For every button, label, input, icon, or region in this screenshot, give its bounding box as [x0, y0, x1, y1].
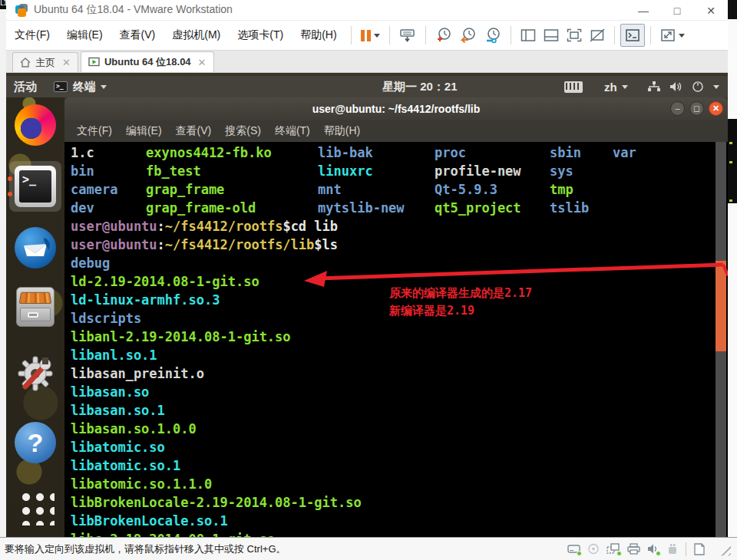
terminal-text: libBrokenLocale-2.19-2014.08-1-git.so [71, 493, 362, 512]
usb-icon[interactable] [666, 543, 679, 555]
annotation-line2: 新编译器是2.19 [389, 304, 474, 318]
terminal-text: bin [71, 162, 146, 180]
unity-mode-button[interactable] [586, 24, 609, 47]
terminal-text: user@ubuntu [71, 217, 157, 236]
network-adapter-icon[interactable] [606, 543, 620, 555]
console-view-button[interactable] [620, 24, 645, 47]
close-button[interactable]: ✕ [694, 0, 728, 21]
dock-item-files[interactable] [15, 286, 56, 328]
minimize-button[interactable]: — [626, 0, 660, 21]
menu-edit[interactable]: 编辑(E) [58, 28, 111, 42]
ls-row: binfb_testlinuxrcprofile-newsys [71, 162, 728, 180]
terminal-text: var [613, 143, 659, 162]
terminal-scrollbar[interactable] [716, 142, 726, 537]
resize-grip[interactable] [717, 542, 731, 556]
dock-item-settings[interactable] [15, 353, 56, 394]
terminal-text: $ [283, 217, 290, 236]
tab-close-icon[interactable]: ✕ [198, 57, 207, 68]
message-log-icon[interactable] [693, 543, 706, 555]
menu-file[interactable]: 文件(F) [6, 28, 58, 42]
terminal-menu-file[interactable]: 文件(F) [77, 124, 112, 138]
maximize-button[interactable]: □ [660, 0, 694, 21]
terminal-text: proc [435, 143, 550, 162]
input-language-label: zh [604, 81, 617, 94]
snapshot-manager-button[interactable] [481, 24, 505, 47]
sound-icon[interactable] [647, 543, 659, 555]
terminal-text: linuxrc [318, 162, 435, 180]
dock-item-help[interactable]: ? [15, 422, 56, 463]
clock[interactable]: 星期一 20：21 [382, 76, 458, 97]
terminal-text: grap_frame-old [146, 199, 318, 217]
terminal-text: libasan.so.1 [71, 401, 165, 420]
ls-row: devgrap_frame-oldmytslib-newqt5_projectt… [71, 199, 728, 217]
terminal-menu-edit[interactable]: 编辑(E) [126, 124, 162, 138]
pause-vm-button[interactable] [357, 24, 384, 47]
thunderbird-icon [15, 227, 56, 268]
menu-help[interactable]: 帮助(H) [292, 28, 345, 42]
terminal-text: sbin [550, 143, 613, 162]
input-language-menu[interactable]: zh [604, 76, 628, 97]
send-ctrl-alt-del-button[interactable] [395, 24, 420, 47]
focused-app-name: 终端 [73, 80, 96, 94]
fullscreen-button[interactable] [563, 24, 586, 47]
terminal-line: libasan_preinit.o [71, 364, 728, 383]
network-icon [647, 76, 661, 97]
revert-snapshot-button[interactable] [456, 24, 481, 47]
terminal-close-button[interactable]: ✕ [709, 101, 723, 116]
terminal-text: grap_frame [146, 180, 318, 199]
hard-disk-icon[interactable] [567, 543, 580, 555]
terminal-line: user@ubuntu:~/fs4412/rootfs$cd lib [71, 217, 728, 236]
terminal-text: $ [314, 236, 322, 254]
revert-clock-icon [460, 27, 477, 44]
terminal-line: libasan.so [71, 383, 728, 401]
dock-item-thunderbird[interactable] [15, 227, 56, 268]
keyboard-icon [564, 76, 583, 97]
terminal-line: libanl-2.19-2014.08-1-git.so [71, 328, 728, 346]
terminal-text: fb_test [146, 162, 318, 180]
tab-home-label: 主页 [35, 56, 55, 70]
volume-icon [669, 76, 682, 97]
unity-mode-icon [590, 28, 605, 42]
printer-icon[interactable] [627, 543, 640, 555]
terminal-titlebar[interactable]: user@ubuntu: ~/fs4412/rootfs/lib – ◻ ✕ [64, 97, 728, 120]
terminal-line: libasan.so.1.0.0 [71, 420, 728, 438]
show-library-button[interactable] [517, 24, 540, 47]
tab-ubuntu-label: Ubuntu 64 位18.04 [104, 55, 191, 69]
activities-button[interactable]: 活动 [14, 76, 37, 97]
terminal-content[interactable]: 1.cexynos4412-fb.kolib-bakprocsbinvarbin… [64, 142, 728, 537]
tab-close-icon[interactable]: ✕ [62, 57, 71, 68]
terminal-text: tslib [550, 199, 613, 217]
show-thumbnail-bar-button[interactable] [540, 24, 563, 47]
stretch-guest-button[interactable] [656, 24, 689, 47]
terminal-text: ld-linux-armhf.so.3 [71, 291, 220, 309]
dock-item-firefox[interactable] [15, 104, 56, 146]
menu-tabs[interactable]: 选项卡(T) [229, 28, 292, 42]
tab-ubuntu-vm[interactable]: Ubuntu 64 位18.04 ✕ [81, 51, 214, 72]
menu-view[interactable]: 查看(V) [111, 28, 164, 42]
cd-rom-icon[interactable] [587, 543, 600, 555]
background-window-left: LI [0, 0, 6, 537]
system-menu-chevron[interactable] [709, 76, 719, 97]
terminal-menu-terminal[interactable]: 终端(T) [275, 124, 310, 138]
terminal-minimize-button[interactable]: – [670, 101, 685, 116]
terminal-menu-view[interactable]: 查看(V) [176, 124, 212, 138]
dock-item-show-applications[interactable] [15, 486, 56, 527]
take-snapshot-button[interactable] [431, 24, 456, 47]
terminal-icon: >_ [15, 166, 56, 207]
vmware-window: Ubuntu 64 位18.04 - VMware Workstation — … [6, 0, 728, 537]
terminal-text: qt5_project [435, 199, 550, 217]
terminal-menu-help[interactable]: 帮助(H) [324, 124, 360, 138]
scrollbar-thumb[interactable] [716, 261, 726, 351]
vmware-logo-icon [15, 4, 28, 16]
dock-item-terminal[interactable]: >_ [15, 166, 56, 207]
tab-home[interactable]: 主页 ✕ [12, 52, 78, 72]
terminal-text: ~/fs4412/rootfs/lib [165, 236, 314, 254]
focused-app-menu[interactable]: >_ 终端 [54, 76, 107, 97]
terminal-menu-search[interactable]: 搜索(S) [225, 124, 261, 138]
menu-vm[interactable]: 虚拟机(M) [164, 28, 229, 42]
vmware-menubar: 文件(F) 编辑(E) 查看(V) 虚拟机(M) 选项卡(T) 帮助(H) [6, 21, 728, 51]
terminal-maximize-button[interactable]: ◻ [689, 101, 704, 116]
status-message: 要将输入定向到该虚拟机，请将鼠标指针移入其中或按 Ctrl+G。 [5, 542, 567, 556]
files-icon [16, 287, 55, 327]
home-icon [20, 58, 31, 68]
